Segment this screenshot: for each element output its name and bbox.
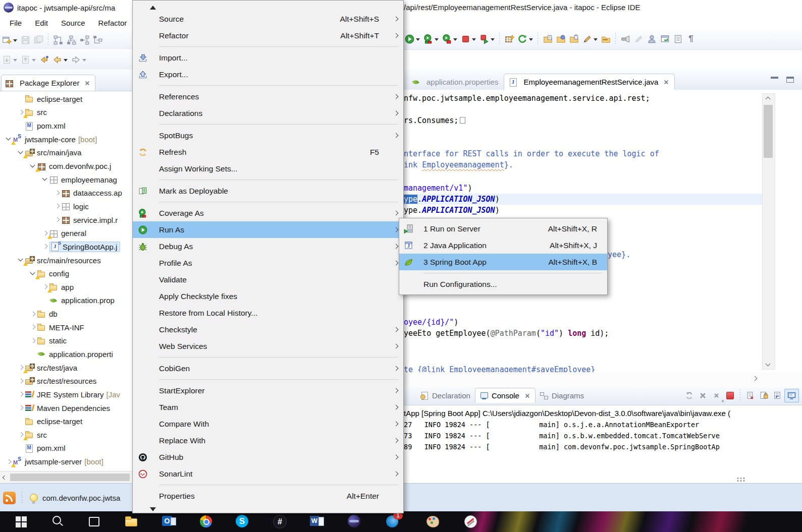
relaunch-icon[interactable] [682,389,696,402]
open-folder-button[interactable] [600,32,612,45]
submenu-item-java-application[interactable]: J2 Java ApplicationAlt+Shift+X, J [399,237,607,254]
menu-item-web-services[interactable]: Web Services [133,338,403,354]
menu-item-declarations[interactable]: Declarations [133,105,403,122]
tree-item-service-impl[interactable]: service.impl.r [0,213,133,227]
tree-item-application-prop[interactable]: application.prop [0,294,133,308]
tree-item-app[interactable]: app [0,280,133,294]
menu-item-run-as[interactable]: Run As [133,221,403,238]
chevron-right-icon[interactable] [29,337,37,345]
menu-item-debug-as[interactable]: Debug As [133,238,403,255]
menu-item-checkstyle[interactable]: Checkstyle [133,321,403,338]
menu-item-sonarlint[interactable]: SonarLint [133,465,403,482]
tree-item-jwtsample-core[interactable]: jwtsample-core[boot] [0,133,133,146]
word-wrap-icon[interactable] [771,389,784,402]
chevron-right-icon[interactable] [17,364,25,372]
back-dropdown-icon[interactable] [64,59,68,64]
clear-console-icon[interactable] [743,389,757,402]
menu-item-startexplorer[interactable]: StartExplorer [133,382,403,399]
chevron-down-icon[interactable] [17,256,25,264]
chevron-right-icon[interactable] [54,216,62,224]
new-wizard-button[interactable] [1,33,13,46]
scroll-down-icon[interactable] [763,360,774,369]
edit-pen-button[interactable] [632,32,645,45]
folded-imports-icon[interactable] [460,117,465,124]
tree-item-jwtsample-server[interactable]: jwtsample-server[boot] [0,455,133,468]
chevron-down-icon[interactable] [29,270,37,278]
profile-button[interactable] [441,32,453,45]
pin-console-icon[interactable] [784,389,799,402]
open-folder-doc-button[interactable] [542,32,554,45]
tab-declaration[interactable]: Declaration [416,388,475,403]
annotate-pen-button[interactable] [581,32,593,45]
run-button[interactable] [403,32,415,45]
menu-item-github[interactable]: GitHub [133,449,403,465]
annotate-dropdown-icon[interactable] [594,38,598,43]
connector-2-icon[interactable] [65,33,77,46]
menu-item-properties[interactable]: PropertiesAlt+Enter [133,488,403,504]
tree-item-eclipse-target[interactable]: eclipse-target [0,92,133,106]
scrollbar-thumb[interactable] [764,105,773,158]
minimize-icon[interactable] [770,76,779,83]
close-icon[interactable] [524,393,530,399]
show-whitespace-button[interactable]: ¶ [685,32,697,45]
connector-4-icon[interactable] [91,33,103,46]
user-button[interactable] [646,32,658,45]
tree-item-src[interactable]: src [0,106,133,120]
tree-item-config[interactable]: config [0,267,133,280]
tree-item-logic[interactable]: logic [0,200,133,213]
chevron-right-icon[interactable] [5,458,13,466]
chevron-right-icon[interactable] [17,404,25,412]
chevron-down-icon[interactable] [5,135,13,143]
lightbulb-icon[interactable] [30,494,38,502]
tree-item-src-main-java[interactable]: src/main/java [0,146,133,160]
new-wizard-dropdown-icon[interactable] [13,39,17,44]
tree-item-general[interactable]: general [0,226,133,240]
run-dropdown-icon[interactable] [416,38,420,43]
outlook-icon[interactable] [162,514,176,529]
menu-item-cobigen[interactable]: CobiGen [133,360,403,377]
submenu-item-run-configurations[interactable]: Run Configurations... [399,276,607,292]
menu-scroll-up-icon[interactable] [133,1,403,11]
terminate-dropdown-icon[interactable] [472,38,476,43]
menu-file[interactable]: File [3,17,28,29]
editor-horizontal-scrollbar[interactable] [403,372,802,386]
menu-item-replace-with[interactable]: Replace With [133,432,403,449]
scroll-right-icon[interactable] [752,376,758,382]
menu-refactor[interactable]: Refactor [92,17,134,29]
tree-item-dataaccess[interactable]: dataaccess.ap [0,186,133,200]
scroll-left-icon[interactable] [0,474,7,481]
chevron-right-icon[interactable] [41,229,49,238]
chevron-right-icon[interactable] [54,202,62,210]
menu-item-references[interactable]: References [133,88,403,105]
horizontal-scrollbar[interactable] [0,471,133,483]
back-button[interactable] [51,53,63,66]
tree-item-employeemanagement[interactable]: employeemanag [0,173,133,187]
menu-item-refresh[interactable]: RefreshF5 [133,144,403,160]
open-folder-clip-button[interactable] [568,32,580,45]
menu-item-restore-from-local-history[interactable]: Restore from Local History... [133,305,403,321]
tab-console[interactable]: Console [475,388,536,403]
menu-item-mark-as-deployable[interactable]: Mark as Deployable [133,183,403,199]
export-wizard-button[interactable] [19,53,31,66]
chevron-right-icon[interactable] [41,243,49,251]
outline-button[interactable] [672,32,684,45]
tab-package-explorer[interactable]: Package Explorer [1,75,95,91]
scrollbar-thumb[interactable] [10,474,130,481]
tree-item-src-main-resources[interactable]: src/main/resources [0,254,133,267]
coverage-button[interactable] [422,32,434,45]
chevron-right-icon[interactable] [41,283,49,291]
notification-app-icon[interactable]: 1 [386,514,400,529]
chevron-right-icon[interactable] [17,377,25,385]
tree-item-eclipse-target-2[interactable]: eclipse-target [0,415,133,428]
menu-item-export[interactable]: Export... [133,66,403,83]
resize-grip[interactable] [736,477,745,482]
tree-item-src-test-resources[interactable]: src/test/resources [0,374,133,388]
chevron-down-icon[interactable] [41,175,49,184]
feed-icon[interactable] [3,492,16,504]
flashlight-button[interactable] [619,32,631,45]
chevron-right-icon[interactable] [54,189,62,197]
grid-wizard-button[interactable] [503,32,515,45]
chevron-right-icon[interactable] [17,390,25,398]
tree-item-springbootapp[interactable]: SSpringBootApp.j [0,240,133,254]
tab-diagrams[interactable]: Diagrams [536,388,589,403]
